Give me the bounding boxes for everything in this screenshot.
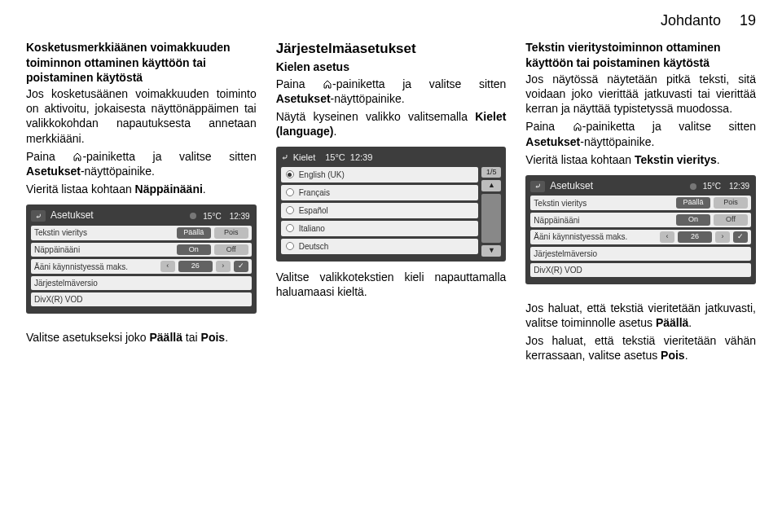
settings-row: Tekstin vieritysPäälläPois <box>530 196 751 210</box>
language-label: Español <box>299 205 328 216</box>
settings-row-label: Ääni käynnistyessä maks. <box>534 231 657 242</box>
subheading-touch-sound: Kosketusmerkkiäänen voimakkuuden toiminn… <box>26 40 257 85</box>
language-option[interactable]: Italiano <box>281 221 479 236</box>
increment-button[interactable]: › <box>715 231 730 243</box>
scroll-down-button[interactable]: ▼ <box>481 245 501 257</box>
back-button[interactable]: ⤶ <box>31 210 46 222</box>
settings-row: Tekstin vieritysPäälläPois <box>31 226 252 240</box>
settings-row-label: Tekstin vieritys <box>34 227 174 238</box>
option-pill[interactable]: Pois <box>714 197 748 209</box>
para-scroll-to-keypress: Vieritä listaa kohtaan Näppäinääni. <box>26 182 257 196</box>
option-pill[interactable]: Päällä <box>177 227 211 239</box>
home-icon <box>72 152 82 161</box>
option-pill[interactable]: Off <box>714 214 748 226</box>
subheading-text-scroll: Tekstin vieritystoiminnon ottaminen käyt… <box>525 40 756 69</box>
settings-row-label: DivX(R) VOD <box>34 294 248 305</box>
status-dot <box>190 213 196 219</box>
para-scroll-cont: Jos haluat, että tekstiä vieritetään jat… <box>525 301 756 330</box>
panel1-titlebar: ⤶ Asetukset 15°C 12:39 <box>31 208 252 226</box>
language-label: Deutsch <box>299 241 329 252</box>
settings-row-label: Järjestelmäversio <box>34 278 248 288</box>
radio-icon <box>286 224 294 232</box>
back-button[interactable]: ⤶ <box>530 181 545 192</box>
value-display: 26 <box>178 261 213 272</box>
scroll-up-button[interactable]: ▲ <box>481 180 501 191</box>
radio-icon <box>286 188 294 196</box>
language-label: English (UK) <box>299 169 345 180</box>
panel3-title: Asetukset <box>550 180 684 193</box>
panel1-temp: 15°C <box>201 211 222 222</box>
para-text-scroll-action: Paina -painiketta ja valitse sitten Aset… <box>525 119 756 148</box>
langpanel-titlebar: ⤶ Kielet 15°C 12:39 <box>281 150 502 166</box>
settings-row-label: Näppäinääni <box>34 244 174 255</box>
radio-icon <box>286 170 294 178</box>
scrollbar-thumb[interactable] <box>481 194 501 243</box>
panel1-rows: Tekstin vieritysPäälläPoisNäppäinääniOnO… <box>31 226 252 306</box>
settings-panel-1: ⤶ Asetukset 15°C 12:39 Tekstin vieritysP… <box>26 204 257 314</box>
langpanel-title: Kielet <box>293 152 316 163</box>
language-label: Italiano <box>299 223 325 234</box>
subheading-language: Kielen asetus <box>276 59 507 74</box>
settings-row: Järjestelmäversio <box>31 276 252 290</box>
settings-row: NäppäinääniOnOff <box>31 243 252 257</box>
radio-icon <box>286 242 294 250</box>
settings-row-label: Näppäinääni <box>534 215 673 226</box>
chapter-title: Johdanto <box>661 12 721 29</box>
settings-row-label: DivX(R) VOD <box>534 265 748 275</box>
page-number: 19 <box>740 12 756 29</box>
column-3: Tekstin vieritystoiminnon ottaminen käyt… <box>525 40 756 366</box>
para-select-language: Valitse valikkotekstien kieli napauttama… <box>276 270 507 299</box>
para-text-scroll-desc: Jos näytössä näytetään pitkä teksti, sit… <box>525 72 756 117</box>
confirm-marker: ✓ <box>733 231 748 243</box>
para-select-on-off: Valitse asetukseksi joko Päällä tai Pois… <box>26 330 257 345</box>
option-pill[interactable]: Off <box>214 244 248 256</box>
langpanel-clock: 12:39 <box>350 152 373 163</box>
radio-icon <box>286 206 294 214</box>
page-header: Johdanto 19 <box>26 11 756 30</box>
settings-row: Ääni käynnistyessä maks.‹26›✓ <box>31 259 252 274</box>
settings-row-label: Järjestelmäversio <box>534 248 748 259</box>
langpanel-temp: 15°C <box>325 152 345 163</box>
para-touch-sound-action: Paina -painiketta ja valitse sitten Aset… <box>26 149 257 178</box>
para-touch-sound-desc: Jos kosketusäänen voimakkuuden toiminto … <box>26 86 257 146</box>
language-option[interactable]: Français <box>281 185 479 200</box>
language-scroll-controls: 1/5 ▲ ▼ <box>481 167 501 257</box>
increment-button[interactable]: › <box>216 261 231 272</box>
heading-system-settings: Järjestelmäasetukset <box>276 40 507 58</box>
decrement-button[interactable]: ‹ <box>660 231 674 243</box>
para-language-open: Paina -painiketta ja valitse sitten Aset… <box>276 77 507 106</box>
option-pill[interactable]: Pois <box>214 227 248 239</box>
settings-row-label: Ääni käynnistyessä maks. <box>34 262 157 272</box>
para-scroll-to-textscroll: Vieritä listaa kohtaan Tekstin vieritys. <box>525 152 756 167</box>
decrement-button[interactable]: ‹ <box>160 261 175 272</box>
language-option[interactable]: Deutsch <box>281 239 479 254</box>
panel3-titlebar: ⤶ Asetukset 15°C 12:39 <box>530 178 751 196</box>
settings-row: NäppäinääniOnOff <box>530 213 751 227</box>
settings-row: Ääni käynnistyessä maks.‹26›✓ <box>530 230 751 244</box>
option-pill[interactable]: Päällä <box>676 197 710 209</box>
home-icon <box>323 79 332 89</box>
language-option[interactable]: English (UK) <box>281 167 479 182</box>
column-2: Järjestelmäasetukset Kielen asetus Paina… <box>276 40 507 366</box>
back-button[interactable]: ⤶ <box>281 152 288 163</box>
value-display: 26 <box>678 231 712 243</box>
panel3-clock: 12:39 <box>727 181 751 191</box>
language-option[interactable]: Español <box>281 203 479 218</box>
panel1-title: Asetukset <box>51 209 185 222</box>
column-1: Kosketusmerkkiäänen voimakkuuden toiminn… <box>26 40 257 366</box>
language-label: Français <box>299 187 330 198</box>
option-pill[interactable]: On <box>676 214 710 226</box>
language-panel: ⤶ Kielet 15°C 12:39 English (UK)Français… <box>276 147 507 261</box>
confirm-marker: ✓ <box>234 261 248 272</box>
settings-row: Järjestelmäversio <box>530 247 751 261</box>
panel1-clock: 12:39 <box>228 211 252 222</box>
option-pill[interactable]: On <box>177 244 211 256</box>
status-dot <box>690 183 696 190</box>
para-language-show: Näytä kyseinen valikko valitsemalla Kiel… <box>276 109 507 138</box>
home-icon <box>573 121 582 131</box>
page-count-indicator: 1/5 <box>481 167 501 178</box>
language-list: English (UK)FrançaisEspañolItalianoDeuts… <box>281 167 479 257</box>
settings-row: DivX(R) VOD <box>31 292 252 306</box>
panel3-temp: 15°C <box>701 181 723 191</box>
settings-row: DivX(R) VOD <box>530 263 751 277</box>
